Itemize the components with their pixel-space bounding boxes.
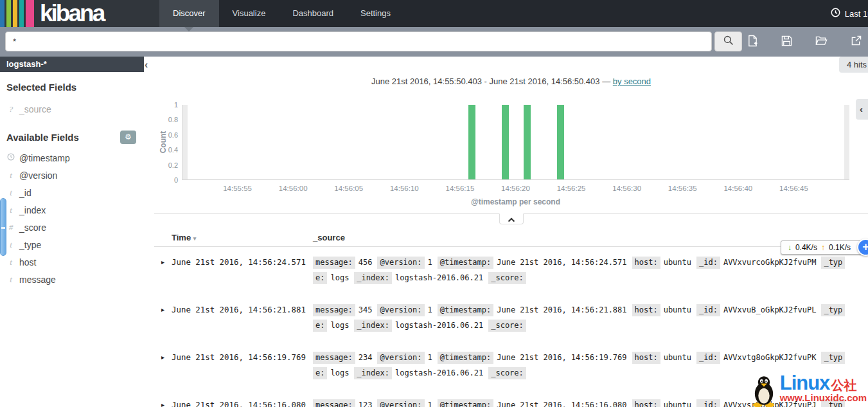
histogram-bar[interactable]	[557, 105, 564, 179]
tab-dashboard[interactable]: Dashboard	[279, 0, 347, 27]
selected-fields-list: ?_source	[0, 100, 144, 118]
histogram-chart: Count 10.80.60.40.20 14:55:5514:56:0014:…	[154, 90, 868, 212]
expand-row-button[interactable]: ▸	[154, 397, 172, 407]
chart-collapse-button[interactable]	[499, 213, 524, 224]
field-value: 345	[359, 305, 373, 314]
export-icon	[851, 35, 862, 48]
new-document-button[interactable]	[747, 35, 758, 49]
discover-main: 4 hits June 21st 2016, 14:55:50.403 - Ju…	[154, 57, 868, 407]
expand-row-button[interactable]: ▸	[154, 350, 172, 365]
sort-desc-icon: ▾	[193, 235, 197, 242]
field-key-badge: _typ	[821, 352, 845, 364]
field-name: _source	[19, 104, 51, 114]
field-value: logs	[330, 321, 349, 330]
open-folder-button[interactable]	[815, 35, 828, 48]
time-column-header[interactable]: Time ▾	[172, 233, 313, 242]
field-key-badge: _id:	[696, 304, 720, 316]
tab-visualize[interactable]: Visualize	[219, 0, 279, 27]
watermark-brand: Linux	[780, 374, 830, 393]
save-button[interactable]	[781, 35, 792, 48]
field-key-badge: host:	[632, 304, 660, 316]
histogram-bar[interactable]	[524, 105, 531, 179]
field-value: 1	[428, 401, 432, 407]
scrollbar-thumb[interactable]	[0, 198, 6, 256]
x-tick-label: 14:56:25	[557, 185, 586, 192]
field-name: host	[19, 257, 36, 267]
field-key-badge: _score:	[488, 320, 526, 332]
field-name: _score	[19, 222, 46, 233]
y-tick-label: 0.8	[168, 116, 178, 123]
source-line: e:logs_index:logstash-2016.06.21_score:	[313, 270, 864, 285]
logo-stripe	[26, 0, 34, 27]
download-speed: 0.4K/s	[795, 243, 817, 252]
field-value: 456	[359, 258, 373, 267]
field-type-icon: t	[5, 188, 17, 198]
clock-icon	[831, 8, 840, 19]
x-tick-label: 14:55:55	[223, 185, 252, 192]
index-pattern-selector[interactable]: logstash-*	[0, 57, 144, 72]
index-pattern-label: logstash-*	[6, 59, 47, 69]
kibana-logo[interactable]: kibana	[0, 0, 159, 27]
chart-table-divider	[154, 213, 868, 226]
field-key-badge: @timestamp:	[438, 304, 493, 316]
field-item-message[interactable]: tmessage	[0, 271, 144, 288]
field-type-icon: ?	[5, 104, 17, 114]
field-value: 234	[359, 353, 373, 362]
field-value: logs	[330, 368, 349, 377]
search-input[interactable]	[5, 32, 712, 51]
field-value: ubuntu	[664, 305, 691, 314]
y-tick-label: 0	[174, 176, 178, 184]
field-type-icon: t	[5, 240, 17, 250]
field-item-_source[interactable]: ?_source	[0, 100, 144, 118]
histogram-bar[interactable]	[468, 105, 475, 179]
field-key-badge: @timestamp:	[438, 352, 493, 364]
export-button[interactable]	[851, 35, 862, 48]
brand-text: kibana	[40, 1, 103, 26]
field-item-_type[interactable]: t_type	[0, 236, 144, 253]
field-key-badge: message:	[313, 399, 355, 407]
tab-settings[interactable]: Settings	[347, 0, 404, 27]
available-fields-title: Available Fields	[6, 132, 79, 143]
upload-arrow-icon: ↑	[821, 243, 825, 252]
histogram-bar[interactable]	[502, 105, 509, 179]
table-row: ▸June 21st 2016, 14:56:24.571message:456…	[154, 248, 868, 295]
field-item-@version[interactable]: t@version	[0, 167, 144, 184]
tab-discover[interactable]: Discover	[159, 0, 219, 27]
field-settings-button[interactable]: ⚙	[120, 131, 136, 144]
source-line: e:logs_index:logstash-2016.06.21_score:	[313, 318, 864, 333]
field-value: 1	[428, 258, 432, 267]
expand-row-button[interactable]: ▸	[154, 255, 172, 270]
field-item-@timestamp[interactable]: @timestamp	[0, 149, 144, 167]
field-item-_score[interactable]: #_score	[0, 219, 144, 236]
field-key-badge: @timestamp:	[438, 257, 493, 269]
table-row: ▸June 21st 2016, 14:56:21.881message:345…	[154, 295, 868, 343]
download-arrow-icon: ↓	[788, 243, 792, 252]
field-item-_index[interactable]: t_index	[0, 201, 144, 219]
chart-title: June 21st 2016, 14:55:50.403 - June 21st…	[154, 77, 868, 86]
sidebar-gutter: ‹	[144, 57, 154, 407]
clock-icon	[5, 153, 17, 163]
field-item-_id[interactable]: t_id	[0, 184, 144, 201]
field-value: ubuntu	[664, 353, 691, 362]
source-line: message:345@version:1@timestamp:June 21s…	[313, 302, 864, 318]
interval-link[interactable]: by second	[613, 77, 651, 86]
field-name: _index	[19, 205, 46, 215]
upload-speed: 0.1K/s	[829, 243, 851, 252]
x-tick-label: 14:56:35	[668, 185, 697, 192]
search-button[interactable]	[714, 32, 742, 51]
x-tick-label: 14:56:30	[612, 185, 641, 192]
field-value: 1	[428, 353, 432, 362]
field-value: logstash-2016.06.21	[395, 321, 483, 330]
field-item-host[interactable]: thost	[0, 253, 144, 271]
field-name: @timestamp	[19, 153, 70, 163]
gear-icon: ⚙	[125, 132, 132, 141]
time-picker[interactable]: Last 1m	[831, 0, 868, 27]
net-speed-widget: ↓ 0.4K/s ↑ 0.1K/s +	[781, 240, 868, 255]
field-type-icon: t	[5, 170, 17, 181]
y-tick-label: 0.4	[168, 146, 178, 154]
sidebar-collapse-button[interactable]: ‹	[145, 60, 148, 70]
x-tick-label: 14:56:10	[390, 185, 419, 192]
x-tick-label: 14:56:45	[779, 185, 808, 192]
field-key-badge: e:	[313, 272, 327, 284]
expand-row-button[interactable]: ▸	[154, 302, 172, 318]
